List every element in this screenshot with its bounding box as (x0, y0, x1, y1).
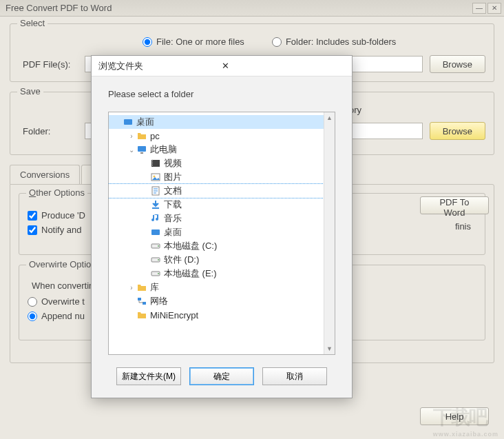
svg-rect-1 (138, 146, 146, 152)
tree-item-label: 文档 (164, 185, 182, 197)
tree-item[interactable]: 图片 (109, 170, 335, 184)
svg-rect-14 (151, 229, 160, 235)
image-icon (150, 172, 161, 183)
tree-item[interactable]: 桌面 (109, 115, 335, 129)
svg-rect-2 (140, 152, 143, 154)
svg-point-8 (154, 176, 156, 178)
browse-folder-dialog: 浏览文件夹 ✕ Please select a folder 桌面›pc⌄此电脑… (91, 55, 353, 398)
tree-item[interactable]: 音乐 (109, 212, 335, 225)
tree-item-label: MiNiEncrypt (150, 310, 198, 320)
tree-item-label: 库 (150, 281, 159, 294)
dialog-overlay: 浏览文件夹 ✕ Please select a folder 桌面›pc⌄此电脑… (0, 0, 504, 439)
tree-item-label: 桌面 (136, 116, 154, 128)
tree-item-label: 本地磁盘 (E:) (164, 267, 217, 280)
tree-item-label: pc (150, 131, 160, 141)
tree-item[interactable]: 软件 (D:) (109, 253, 335, 267)
tree-item-label: 本地磁盘 (C:) (164, 240, 217, 252)
monitor-icon (136, 144, 147, 155)
tree-item[interactable]: MiNiEncrypt (109, 308, 335, 322)
tree-item[interactable]: 网络 (109, 294, 335, 308)
tree-item[interactable]: 视频 (109, 156, 335, 170)
dialog-buttons: 新建文件夹(M) 确定 取消 (92, 355, 352, 398)
tree-item-label: 桌面 (164, 226, 182, 238)
folder-tree-wrap: 桌面›pc⌄此电脑视频图片文档下载音乐桌面本地磁盘 (C:)软件 (D:)本地磁… (108, 112, 335, 355)
cancel-button[interactable]: 取消 (262, 367, 327, 385)
svg-rect-4 (152, 161, 153, 161)
svg-point-20 (158, 273, 159, 274)
tree-item[interactable]: ⌄此电脑 (109, 143, 335, 156)
dialog-close-icon[interactable]: ✕ (219, 61, 345, 71)
lib-icon (136, 282, 147, 293)
svg-point-16 (158, 245, 159, 247)
tree-item[interactable]: ›库 (109, 280, 335, 294)
desktop-icon (150, 227, 161, 238)
doc-icon (150, 185, 161, 196)
net-icon (136, 296, 147, 307)
dialog-title: 浏览文件夹 (98, 60, 219, 72)
svg-rect-5 (152, 163, 153, 163)
disk-icon (150, 268, 161, 279)
tree-item-label: 下载 (164, 198, 182, 211)
video-icon (150, 158, 161, 169)
dialog-subtitle: Please select a folder (92, 76, 352, 112)
folder-icon (136, 309, 147, 320)
scroll-up-icon[interactable]: ▲ (324, 112, 335, 123)
tree-item-label: 网络 (150, 295, 168, 307)
folder-tree[interactable]: 桌面›pc⌄此电脑视频图片文档下载音乐桌面本地磁盘 (C:)软件 (D:)本地磁… (109, 112, 335, 354)
svg-point-18 (158, 259, 159, 261)
tree-item[interactable]: 文档 (109, 184, 335, 198)
tree-item-label: 视频 (164, 157, 182, 170)
disk-icon (150, 254, 161, 265)
tree-item-label: 软件 (D:) (164, 254, 199, 266)
tree-item[interactable]: 桌面 (109, 225, 335, 239)
expand-icon[interactable]: › (127, 132, 136, 140)
tree-item[interactable]: ›pc (109, 129, 335, 143)
tree-item[interactable]: 下载 (109, 198, 335, 212)
down-icon (150, 199, 161, 210)
tree-item-label: 音乐 (164, 212, 182, 225)
folder-icon (136, 130, 147, 141)
new-folder-button[interactable]: 新建文件夹(M) (116, 367, 181, 385)
svg-rect-13 (152, 207, 159, 209)
svg-rect-0 (124, 119, 132, 125)
tree-item[interactable]: 本地磁盘 (E:) (109, 267, 335, 280)
music-icon (150, 213, 161, 224)
expand-icon[interactable]: › (127, 284, 136, 292)
collapse-icon[interactable]: ⌄ (127, 146, 136, 154)
tree-scrollbar[interactable]: ▲ ▼ (324, 112, 335, 354)
tree-item[interactable]: 本地磁盘 (C:) (109, 239, 335, 253)
scroll-down-icon[interactable]: ▼ (324, 343, 335, 354)
tree-item-label: 图片 (164, 171, 182, 183)
dialog-header: 浏览文件夹 ✕ (92, 56, 352, 76)
svg-rect-6 (152, 165, 153, 165)
ok-button[interactable]: 确定 (189, 367, 254, 385)
desktop-icon (123, 116, 134, 127)
disk-icon (150, 241, 161, 252)
svg-rect-21 (138, 298, 141, 300)
tree-item-label: 此电脑 (150, 143, 177, 156)
